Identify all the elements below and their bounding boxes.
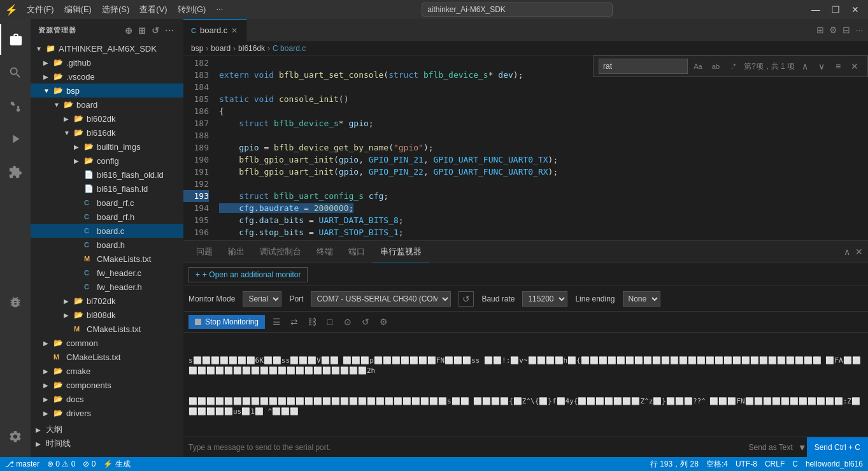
menu-select[interactable]: 选择(S): [98, 3, 133, 17]
sidebar-item-config[interactable]: ▶ 📂 config: [31, 154, 183, 168]
monitor-icon-pause[interactable]: ⊙: [340, 314, 355, 330]
monitor-icon-link[interactable]: ⛓: [304, 314, 320, 330]
sidebar-item-bsp[interactable]: ▼ 📂 bsp: [31, 83, 183, 98]
panel-close-icon[interactable]: ✕: [855, 247, 863, 257]
sidebar-item-cmakelists-bsp[interactable]: M CMakeLists.txt: [31, 322, 183, 336]
port-select[interactable]: COM7 - USB-SERIAL CH340 (COM7): [311, 291, 451, 307]
sidebar-item-common[interactable]: ▶ 📂 common: [31, 336, 183, 350]
stop-monitoring-button[interactable]: Stop Monitoring: [189, 315, 265, 329]
sidebar-item-bl808dk[interactable]: ▶ 📂 bl808dk: [31, 308, 183, 322]
status-line-col[interactable]: 行 193，列 28: [650, 459, 699, 470]
baud-select[interactable]: 115200: [522, 291, 567, 307]
breadcrumb-board[interactable]: board: [211, 44, 231, 53]
serial-message-input[interactable]: [183, 437, 744, 458]
search-input[interactable]: [599, 59, 688, 74]
minimize-button[interactable]: —: [808, 0, 824, 19]
status-encoding[interactable]: UTF-8: [736, 459, 757, 470]
activity-run[interactable]: [0, 124, 31, 154]
sidebar-item-board[interactable]: ▼ 📂 board: [31, 98, 183, 112]
monitor-mode-select[interactable]: Serial: [243, 291, 281, 307]
activity-git[interactable]: [0, 91, 31, 121]
sidebar-root[interactable]: ▼ 📁 AITHINKER_AI-M6X_SDK: [31, 41, 183, 55]
tab-close-icon[interactable]: ✕: [231, 26, 238, 35]
monitor-icon-scroll[interactable]: ⇄: [287, 314, 302, 330]
send-text-arrow[interactable]: ▼: [798, 442, 807, 453]
monitor-icon-clear[interactable]: □: [322, 314, 338, 330]
new-file-icon[interactable]: ⊕: [124, 24, 134, 37]
split-editor-icon[interactable]: ⊞: [816, 25, 824, 35]
match-case-option[interactable]: Aa: [690, 59, 706, 74]
line-ending-select[interactable]: None: [623, 291, 660, 307]
status-indent[interactable]: 空格:4: [706, 459, 728, 470]
panel-tab-terminal[interactable]: 终端: [309, 241, 341, 263]
panel-tab-problems[interactable]: 问题: [189, 241, 220, 263]
status-branch[interactable]: ⎇ master: [5, 460, 39, 468]
sidebar-item-components[interactable]: ▶ 📂 components: [31, 378, 183, 392]
activity-extensions[interactable]: [0, 157, 31, 187]
sidebar-outline[interactable]: ▶ 大纲: [31, 423, 183, 437]
sidebar-item-vscode[interactable]: ▶ 📂 .vscode: [31, 69, 183, 83]
menu-view[interactable]: 查看(V): [136, 3, 171, 17]
sidebar-item-fw-header-h[interactable]: C fw_header.h: [31, 280, 183, 294]
panel-tab-debug[interactable]: 调试控制台: [252, 241, 309, 263]
status-info[interactable]: ⊘ 0: [83, 460, 96, 468]
monitor-icon-refresh[interactable]: ↺: [358, 314, 373, 330]
sidebar-item-board-rf-h[interactable]: C board_rf.h: [31, 210, 183, 224]
breadcrumb-bl616dk[interactable]: bl616dk: [238, 44, 265, 53]
sidebar-item-bl616-flash-ld[interactable]: 📄 bl616_flash.ld: [31, 182, 183, 196]
sidebar-item-cmakelists-root[interactable]: M CMakeLists.txt: [31, 350, 183, 364]
serial-output[interactable]: s⬜⬜⬜⬜⬜⬜⬜6K⬜⬜ss⬜⬜⬜V⬜⬜ ⬜⬜⬜p⬜⬜⬜⬜⬜⬜⬜FN⬜⬜⬜ss …: [183, 333, 868, 437]
new-folder-icon[interactable]: ⊞: [137, 24, 148, 37]
panel-tab-ports[interactable]: 端口: [341, 241, 373, 263]
layout-icon[interactable]: ⊟: [843, 25, 850, 35]
sidebar-item-fw-header-c[interactable]: C fw_header.c: [31, 266, 183, 280]
panel-tab-serial-monitor[interactable]: 串行监视器: [373, 241, 429, 263]
menu-file[interactable]: 文件(F): [23, 3, 58, 17]
sidebar-item-drivers[interactable]: ▶ 📂 drivers: [31, 406, 183, 420]
sidebar-timeline[interactable]: ▶ 时间线: [31, 437, 183, 451]
overflow-icon[interactable]: ···: [855, 25, 863, 35]
tab-board-c[interactable]: C board.c ✕: [183, 19, 247, 41]
refresh-port-button[interactable]: ↺: [459, 291, 474, 307]
status-errors[interactable]: ⊗ 0 ⚠ 0: [47, 460, 75, 468]
regex-option[interactable]: .*: [726, 59, 741, 74]
add-monitor-button[interactable]: + + Open an additional monitor: [189, 267, 308, 282]
activity-explorer[interactable]: [0, 24, 31, 55]
panel-maximize-icon[interactable]: ∧: [844, 247, 850, 257]
monitor-icon-lines[interactable]: ☰: [269, 314, 284, 330]
menu-more[interactable]: ···: [212, 3, 227, 17]
activity-debug[interactable]: [0, 287, 31, 317]
search-select-all-icon[interactable]: ≡: [830, 59, 846, 74]
panel-tab-output[interactable]: 输出: [220, 241, 252, 263]
close-button[interactable]: ✕: [848, 0, 863, 19]
sidebar-item-docs[interactable]: ▶ 📂 docs: [31, 392, 183, 406]
status-language[interactable]: C: [792, 459, 798, 470]
sidebar-item-bl616dk[interactable]: ▼ 📂 bl616dk: [31, 126, 183, 140]
sidebar-item-cmake[interactable]: ▶ 📂 cmake: [31, 364, 183, 378]
whole-word-option[interactable]: ab: [708, 59, 723, 74]
monitor-icon-settings[interactable]: ⚙: [376, 314, 391, 330]
sidebar-item-cmakelists-bl616dk[interactable]: M CMakeLists.txt: [31, 252, 183, 266]
collapse-icon[interactable]: ···: [164, 24, 176, 37]
sidebar-item-bl602dk[interactable]: ▶ 📂 bl602dk: [31, 112, 183, 126]
refresh-icon[interactable]: ↺: [150, 24, 161, 37]
send-button[interactable]: Send Ctrl + C: [807, 437, 868, 458]
breadcrumb-file[interactable]: C board.c: [273, 44, 306, 53]
maximize-button[interactable]: ❐: [828, 0, 844, 19]
sidebar-item-board-c[interactable]: C board.c: [31, 224, 183, 238]
status-build[interactable]: ⚡ 生成: [103, 459, 130, 470]
search-next-icon[interactable]: ∨: [814, 59, 829, 74]
sidebar-item-board-h[interactable]: C board.h: [31, 238, 183, 252]
sidebar-item-bl616-flash-old-ld[interactable]: 📄 bl616_flash_old.ld: [31, 168, 183, 182]
status-project[interactable]: helloworld_bl616: [806, 459, 863, 470]
search-close-icon[interactable]: ✕: [847, 59, 862, 74]
sidebar-item-bl702dk[interactable]: ▶ 📂 bl702dk: [31, 294, 183, 308]
code-content[interactable]: extern void bflb_uart_set_console(struct…: [214, 55, 868, 240]
menu-edit[interactable]: 编辑(E): [60, 3, 96, 17]
menu-goto[interactable]: 转到(G): [174, 3, 210, 17]
more-actions-icon[interactable]: ⚙: [829, 25, 837, 35]
search-prev-icon[interactable]: ∧: [797, 59, 813, 74]
titlebar-search-input[interactable]: [422, 3, 613, 17]
activity-search[interactable]: [0, 57, 31, 88]
breadcrumb-bsp[interactable]: bsp: [191, 44, 203, 53]
